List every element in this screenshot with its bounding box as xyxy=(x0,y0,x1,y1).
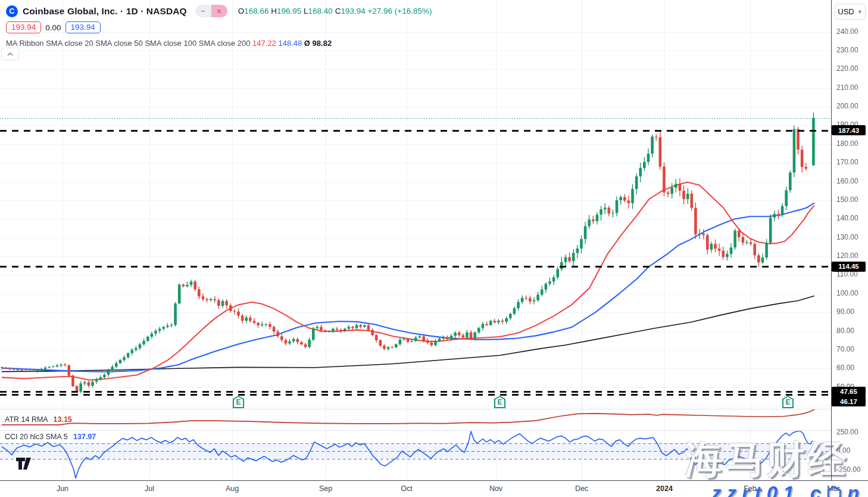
sma200-value: 98.82 xyxy=(313,39,332,48)
close-price-box[interactable]: 193.94 xyxy=(65,21,101,33)
high-price-box[interactable]: 193.94 xyxy=(6,21,41,33)
low-value: 168.40 xyxy=(308,7,333,15)
sma20-value: 147.22 xyxy=(252,39,276,48)
symbol-title[interactable]: Coinbase Global, Inc. · 1D · NASDAQ xyxy=(23,6,187,17)
price-tick-label: 150.00 xyxy=(836,195,858,204)
currency-label: USD xyxy=(838,7,854,16)
time-axis-label: Jun xyxy=(49,484,76,493)
cci-tick-label: 0.00 xyxy=(836,446,850,455)
time-axis-label: Nov xyxy=(483,484,509,493)
indicator-toggle-pill[interactable]: − ≈ xyxy=(195,5,227,17)
time-axis-label: 2024 xyxy=(651,484,677,493)
price-tick-label: 130.00 xyxy=(836,233,858,241)
high-value: 196.95 xyxy=(277,7,301,15)
pane-separator[interactable] xyxy=(0,430,831,431)
sma50-value: 148.48 xyxy=(278,39,302,48)
level-price-label: 47.65 xyxy=(832,387,866,397)
time-axis-label: Mar xyxy=(820,484,847,493)
time-axis-label: Aug xyxy=(219,484,245,493)
price-tick-label: 210.00 xyxy=(836,83,858,92)
time-axis-label: Feb xyxy=(737,484,763,493)
cci-value: 137.97 xyxy=(73,433,96,441)
time-axis[interactable]: JunJulAugSepOctNovDec2024FebMar xyxy=(0,481,868,497)
time-axis-label: Dec xyxy=(569,484,595,493)
atr-label: ATR 14 RMA xyxy=(5,415,48,424)
time-axis-label: Sep xyxy=(313,484,339,493)
price-tick-label: 120.00 xyxy=(836,251,858,260)
price-axis-border xyxy=(831,0,832,480)
ma-ribbon-label: MA Ribbon SMA close 20 SMA close 50 SMA … xyxy=(6,39,250,48)
chevron-up-icon xyxy=(7,52,13,56)
tradingview-chart-window: C Coinbase Global, Inc. · 1D · NASDAQ − … xyxy=(0,0,868,497)
open-label: O xyxy=(238,7,245,15)
atr-value: 13.15 xyxy=(54,415,72,424)
coinbase-logo-icon: C xyxy=(6,5,18,17)
price-tick-label: 220.00 xyxy=(836,64,858,73)
cci-legend[interactable]: CCI 20 hlc3 SMA 5 137.97 xyxy=(5,433,96,441)
price-chart-canvas[interactable] xyxy=(0,0,868,497)
pane-separator[interactable] xyxy=(0,409,831,409)
earnings-marker-badge[interactable]: E xyxy=(782,396,794,408)
atr-legend[interactable]: ATR 14 RMA 13.15 xyxy=(5,415,72,424)
level-price-label: 114.45 xyxy=(832,262,866,272)
high-label: H xyxy=(271,7,277,15)
close-value: 193.94 xyxy=(341,7,365,15)
level-price-label: 46.17 xyxy=(832,396,866,406)
price-tick-label: 70.00 xyxy=(836,345,854,353)
low-label: L xyxy=(304,7,308,15)
price-tick-label: 180.00 xyxy=(836,139,858,148)
earnings-marker-badge[interactable]: E xyxy=(233,396,244,408)
price-tick-label: 100.00 xyxy=(836,289,858,297)
mid-price-value: 0.00 xyxy=(45,23,61,32)
sma100-value: Ø xyxy=(304,39,310,48)
level-price-label: 187.43 xyxy=(832,125,866,135)
collapse-legend-button[interactable] xyxy=(1,48,19,60)
price-tick-label: 60.00 xyxy=(836,364,854,372)
earnings-marker-badge[interactable]: E xyxy=(494,396,505,408)
close-label: C xyxy=(335,7,341,15)
price-tick-label: 90.00 xyxy=(836,307,854,316)
price-tick-label: 230.00 xyxy=(836,46,858,54)
cci-label: CCI 20 hlc3 SMA 5 xyxy=(5,433,68,441)
price-tick-label: 80.00 xyxy=(836,327,854,335)
price-tick-label: 140.00 xyxy=(836,214,858,222)
ma-ribbon-legend[interactable]: MA Ribbon SMA close 20 SMA close 50 SMA … xyxy=(6,39,432,48)
change-value: +27.96 (+16.85%) xyxy=(367,7,432,15)
chevron-down-icon: ▼ xyxy=(857,9,863,15)
time-axis-label: Jul xyxy=(136,484,163,493)
tradingview-logo[interactable] xyxy=(15,456,33,471)
cci-tick-label: 250.00 xyxy=(836,428,858,436)
price-tick-label: 160.00 xyxy=(836,177,858,185)
cci-tick-label: -250.00 xyxy=(836,465,861,474)
price-tick-label: 240.00 xyxy=(836,27,858,36)
price-tick-label: 170.00 xyxy=(836,158,858,166)
minus-icon[interactable]: − xyxy=(195,5,211,17)
open-value: 168.66 xyxy=(244,7,268,15)
currency-selector[interactable]: USD ▼ xyxy=(835,4,866,20)
time-axis-border xyxy=(0,480,868,481)
chart-legend: C Coinbase Global, Inc. · 1D · NASDAQ − … xyxy=(6,5,432,48)
time-axis-label: Oct xyxy=(394,484,420,493)
price-range-labels: 193.94 0.00 193.94 xyxy=(6,21,432,33)
wave-icon[interactable]: ≈ xyxy=(211,5,227,17)
price-tick-label: 200.00 xyxy=(836,102,858,110)
ohlc-readout: O168.66 H196.95 L168.40 C193.94 +27.96 (… xyxy=(238,7,432,15)
